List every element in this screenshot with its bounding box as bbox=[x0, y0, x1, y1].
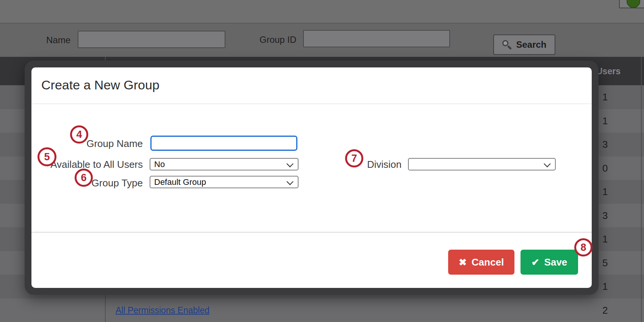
annotation-badge-4: 4 bbox=[70, 125, 88, 144]
annotation-badge-7: 7 bbox=[345, 149, 363, 167]
users-count: 1 bbox=[602, 186, 608, 198]
search-icon bbox=[502, 40, 512, 50]
users-count: 3 bbox=[602, 209, 608, 221]
users-count: 5 bbox=[602, 257, 608, 269]
create-group-toolbar-button[interactable] bbox=[619, 0, 644, 8]
save-button-label: Save bbox=[544, 256, 567, 268]
users-count: 3 bbox=[602, 139, 608, 150]
division-select[interactable] bbox=[408, 158, 556, 170]
users-count: 1 bbox=[602, 115, 608, 127]
modal-footer-divider bbox=[31, 232, 592, 233]
save-check-icon: ✔ bbox=[531, 257, 539, 268]
modal-title: Create a New Group bbox=[41, 78, 159, 92]
cancel-button-label: Cancel bbox=[472, 256, 504, 268]
page-top-strip bbox=[0, 0, 644, 23]
create-group-modal-content: Create a New Group Group Name Available … bbox=[31, 67, 592, 288]
group-search-panel: Name Group ID Search bbox=[0, 23, 644, 57]
annotation-badge-6: 6 bbox=[75, 169, 93, 187]
users-count: 1 bbox=[602, 281, 608, 292]
cancel-x-icon: ✖ bbox=[459, 257, 467, 268]
available-to-all-users-value: No bbox=[154, 159, 165, 169]
add-icon bbox=[627, 0, 640, 8]
users-count: 1 bbox=[602, 91, 608, 103]
group-type-select[interactable]: Default Group bbox=[150, 176, 299, 188]
chevron-down-icon bbox=[286, 160, 293, 167]
users-count: 1 bbox=[602, 233, 608, 245]
chevron-down-icon bbox=[286, 178, 293, 185]
modal-header-divider bbox=[31, 103, 592, 104]
users-column-header: Users bbox=[596, 66, 621, 76]
search-button[interactable]: Search bbox=[493, 34, 555, 55]
screen: Name Group ID Search Users 1 1 3 0 bbox=[0, 0, 644, 322]
create-group-modal: Create a New Group Group Name Available … bbox=[25, 61, 599, 295]
users-count: 2 bbox=[602, 304, 608, 316]
group-id-label: Group ID bbox=[259, 34, 296, 45]
search-button-label: Search bbox=[516, 39, 546, 50]
save-button[interactable]: ✔ Save bbox=[521, 250, 578, 275]
name-label: Name bbox=[46, 35, 70, 45]
group-name-input[interactable] bbox=[150, 136, 297, 151]
table-row: All Permissions Enabled 2 bbox=[0, 299, 644, 322]
all-permissions-enabled-link[interactable]: All Permissions Enabled bbox=[116, 305, 209, 315]
annotation-badge-5: 5 bbox=[38, 147, 56, 166]
name-search-input[interactable] bbox=[78, 31, 225, 48]
users-count: 0 bbox=[602, 162, 608, 174]
available-to-all-users-select[interactable]: No bbox=[150, 158, 299, 170]
cancel-button[interactable]: ✖ Cancel bbox=[448, 250, 514, 275]
table-column-divider bbox=[641, 57, 642, 322]
group-type-value: Default Group bbox=[154, 177, 206, 187]
chevron-down-icon bbox=[544, 160, 550, 167]
annotation-badge-8: 8 bbox=[574, 238, 592, 256]
group-id-search-input[interactable] bbox=[303, 30, 450, 47]
